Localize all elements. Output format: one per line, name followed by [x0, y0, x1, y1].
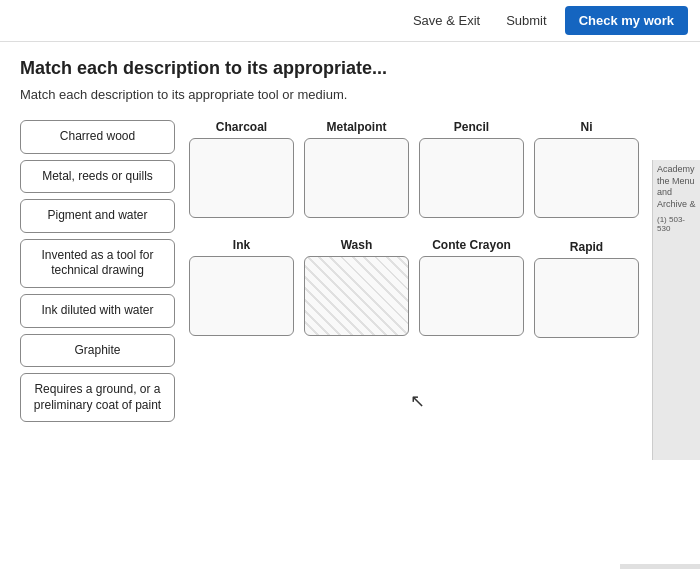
left-column: Charred wood Metal, reeds or quills Pigm… [20, 120, 175, 422]
drop-row-2: Ink Wash Conte Crayon Rapid [189, 238, 680, 338]
drop-zone-ni[interactable] [534, 138, 639, 218]
drop-zone-wrapper-wash: Wash [304, 238, 409, 336]
drop-zone-label-ink: Ink [233, 238, 250, 252]
side-panel-phone: (1) 503-530 [657, 215, 696, 233]
drop-zone-wash[interactable] [304, 256, 409, 336]
drop-zone-metalpoint[interactable] [304, 138, 409, 218]
side-panel-archive: and Archive & [657, 187, 696, 210]
submit-button[interactable]: Submit [498, 9, 554, 32]
drop-zone-label-conte-crayon: Conte Crayon [432, 238, 511, 252]
side-panel-menu: the Menu [657, 176, 696, 188]
drop-zone-wrapper-conte-crayon: Conte Crayon [419, 238, 524, 336]
drop-zone-label-pencil: Pencil [454, 120, 489, 134]
drop-zone-label-metalpoint: Metalpoint [327, 120, 387, 134]
check-my-work-button[interactable]: Check my work [565, 6, 688, 35]
drop-zone-wrapper-ink: Ink [189, 238, 294, 336]
drop-zone-label-wash: Wash [341, 238, 373, 252]
drop-zone-rapid[interactable] [534, 258, 639, 338]
drop-zone-conte-crayon[interactable] [419, 256, 524, 336]
drop-zone-wrapper-rapid: Rapid [534, 238, 639, 338]
page-content: Match each description to its appropriat… [0, 42, 700, 569]
question-subtitle: Match each description to its appropriat… [20, 87, 680, 102]
bottom-bar: Comments [620, 564, 700, 569]
main-layout: Charred wood Metal, reeds or quills Pigm… [20, 120, 680, 422]
drop-zone-wrapper-ni: Ni [534, 120, 639, 218]
question-title: Match each description to its appropriat… [20, 58, 680, 79]
drop-zone-pencil[interactable] [419, 138, 524, 218]
drop-zone-wrapper-pencil: Pencil [419, 120, 524, 218]
side-panel: Academy the Menu and Archive & (1) 503-5… [652, 160, 700, 460]
right-section: Charcoal Metalpoint Pencil Ni [189, 120, 680, 422]
drop-zone-wrapper-charcoal: Charcoal [189, 120, 294, 218]
drag-item-metal-reeds[interactable]: Metal, reeds or quills [20, 160, 175, 194]
drop-zone-charcoal[interactable] [189, 138, 294, 218]
top-bar: Save & Exit Submit Check my work [0, 0, 700, 42]
drop-zone-label-ni: Ni [581, 120, 593, 134]
drop-zone-label-rapid: Rapid [570, 240, 603, 254]
drop-zone-label-charcoal: Charcoal [216, 120, 267, 134]
drag-item-pigment-water[interactable]: Pigment and water [20, 199, 175, 233]
drag-item-graphite[interactable]: Graphite [20, 334, 175, 368]
drop-zone-wrapper-metalpoint: Metalpoint [304, 120, 409, 218]
side-panel-academy: Academy [657, 164, 696, 176]
drag-item-invented-tool[interactable]: Invented as a tool for technical drawing [20, 239, 175, 288]
drop-zone-ink[interactable] [189, 256, 294, 336]
drop-row-1: Charcoal Metalpoint Pencil Ni [189, 120, 680, 218]
save-exit-button[interactable]: Save & Exit [405, 9, 488, 32]
drag-item-charred-wood[interactable]: Charred wood [20, 120, 175, 154]
drag-item-requires-ground[interactable]: Requires a ground, or a preliminary coat… [20, 373, 175, 422]
drag-item-ink-diluted[interactable]: Ink diluted with water [20, 294, 175, 328]
